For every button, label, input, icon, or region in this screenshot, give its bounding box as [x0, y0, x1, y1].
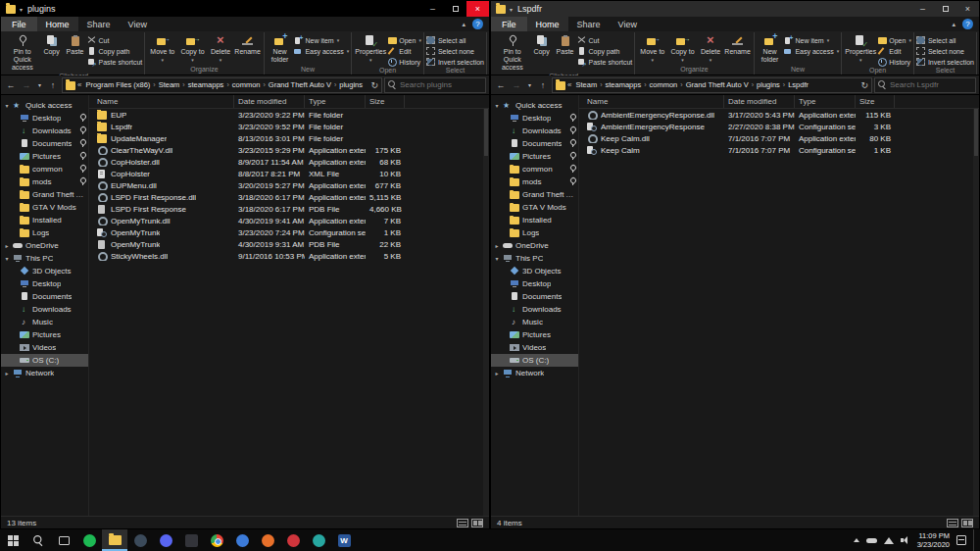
- up-button[interactable]: ↑: [536, 80, 550, 90]
- back-button[interactable]: ←: [494, 80, 508, 90]
- sidebar-item[interactable]: common: [1, 163, 88, 175]
- sidebar-item[interactable]: Music: [1, 316, 88, 328]
- breadcrumb-segment[interactable]: Lspdfr: [786, 80, 810, 89]
- pin-to-quick-access-button[interactable]: Pin to Quick access: [5, 32, 40, 73]
- copy-path-button[interactable]: Copy path: [577, 46, 633, 56]
- new-folder-button[interactable]: New folder: [267, 32, 294, 65]
- sidebar-item[interactable]: Pictures: [491, 328, 578, 341]
- tab-share[interactable]: Share: [78, 17, 120, 31]
- file-row[interactable]: EUP 3/23/2020 9:22 PM File folder: [89, 109, 489, 121]
- file-row[interactable]: OpenMyTrunk.dll 4/30/2019 9:41 AM Applic…: [89, 215, 489, 226]
- taskbar-search-button[interactable]: [25, 529, 51, 551]
- action-center-icon[interactable]: [956, 535, 966, 545]
- task-view-button[interactable]: [51, 529, 76, 551]
- easy-access-button[interactable]: Easy access ▾: [293, 46, 349, 56]
- expander-chevron-icon[interactable]: ▸: [4, 242, 10, 249]
- column-header-type[interactable]: Type: [795, 95, 856, 108]
- delete-button[interactable]: Delete ▾: [208, 32, 234, 65]
- rename-button[interactable]: Rename: [723, 32, 751, 57]
- sidebar-item[interactable]: Documents: [491, 290, 578, 303]
- breadcrumb-segment[interactable]: Program Files (x86): [83, 80, 152, 89]
- sidebar-item[interactable]: Documents: [1, 137, 88, 150]
- volume-icon[interactable]: [901, 536, 910, 544]
- history-button[interactable]: History: [877, 57, 911, 67]
- paste-shortcut-button[interactable]: Paste shortcut: [87, 57, 143, 67]
- minimize-button[interactable]: –: [421, 1, 444, 17]
- breadcrumb-overflow-icon[interactable]: «: [567, 80, 571, 89]
- sidebar-item[interactable]: Videos: [1, 341, 88, 354]
- large-icons-view-button[interactable]: [961, 519, 973, 527]
- sidebar-item[interactable]: Downloads: [1, 303, 88, 316]
- collapse-ribbon-icon[interactable]: ▴: [952, 21, 956, 28]
- properties-button[interactable]: Properties ▾: [354, 32, 387, 65]
- file-row[interactable]: CopHolster.dll 8/9/2017 11:54 AM Applica…: [89, 156, 489, 168]
- details-view-button[interactable]: [457, 519, 468, 527]
- sidebar-item[interactable]: Pictures: [1, 328, 88, 341]
- expander-chevron-icon[interactable]: ▸: [494, 370, 500, 376]
- titlebar[interactable]: ▾ plugins – ×: [1, 1, 489, 17]
- column-header-date-modified[interactable]: Date modified: [234, 95, 305, 108]
- taskbar-app[interactable]: [76, 529, 102, 551]
- pin-to-quick-access-button[interactable]: Pin to Quick access: [495, 32, 530, 73]
- sidebar-item[interactable]: Grand Theft Auto V: [491, 188, 578, 201]
- paste-button[interactable]: Paste: [64, 32, 87, 57]
- tab-home[interactable]: Home: [37, 17, 78, 31]
- sidebar-item[interactable]: ▸ Network: [491, 367, 578, 379]
- sidebar-item[interactable]: ▸ Network: [1, 367, 88, 379]
- sidebar-item[interactable]: ▾ Quick access: [1, 99, 88, 112]
- column-header-type[interactable]: Type: [305, 95, 366, 108]
- column-header-name[interactable]: Name: [93, 95, 234, 108]
- onedrive-icon[interactable]: [866, 538, 877, 543]
- search-input[interactable]: [400, 80, 482, 89]
- sidebar-item[interactable]: ▸ OneDrive: [1, 239, 88, 252]
- sidebar-item[interactable]: GTA V Mods: [1, 201, 88, 214]
- sidebar-item[interactable]: Logs: [1, 226, 88, 239]
- properties-button[interactable]: Properties ▾: [844, 32, 877, 65]
- sidebar-item[interactable]: Logs: [491, 226, 578, 239]
- search-box[interactable]: [874, 77, 976, 93]
- network-icon[interactable]: [884, 537, 894, 544]
- new-folder-button[interactable]: New folder: [757, 32, 784, 65]
- sidebar-item[interactable]: Grand Theft Auto V: [1, 188, 88, 201]
- qat-customize-chevron[interactable]: ▾: [510, 6, 513, 13]
- column-header-size[interactable]: Size: [856, 95, 895, 108]
- open-button[interactable]: Open ▾: [877, 35, 911, 45]
- sidebar-item[interactable]: Videos: [491, 341, 578, 354]
- breadcrumb-segment[interactable]: Steam: [157, 80, 182, 89]
- sidebar-item[interactable]: Documents: [491, 137, 578, 150]
- expander-chevron-icon[interactable]: ▾: [4, 255, 10, 262]
- sidebar-item[interactable]: Desktop: [1, 112, 88, 125]
- sidebar-item[interactable]: Documents: [1, 290, 88, 303]
- tab-file[interactable]: File: [1, 17, 37, 31]
- forward-button[interactable]: →: [20, 80, 33, 90]
- breadcrumb-segment[interactable]: steamapps: [186, 80, 226, 89]
- column-header-name[interactable]: Name: [583, 95, 724, 108]
- expander-chevron-icon[interactable]: ▾: [494, 102, 500, 109]
- taskbar-app[interactable]: [204, 529, 229, 551]
- edit-button[interactable]: Edit: [387, 46, 421, 56]
- sidebar-item[interactable]: Pictures: [491, 150, 578, 163]
- taskbar-app[interactable]: [280, 529, 306, 551]
- easy-access-button[interactable]: Easy access ▾: [783, 46, 839, 56]
- sidebar-item[interactable]: Downloads: [1, 125, 88, 137]
- tab-view[interactable]: View: [610, 17, 646, 31]
- taskbar-app[interactable]: [127, 529, 153, 551]
- breadcrumb-segment[interactable]: common: [648, 80, 680, 89]
- file-row[interactable]: AmbientEmergencyResponse.dll 3/17/2020 5…: [579, 109, 979, 121]
- rename-button[interactable]: Rename: [233, 32, 261, 57]
- taskbar-app[interactable]: W: [331, 529, 357, 551]
- taskbar-app[interactable]: [255, 529, 280, 551]
- sidebar-item[interactable]: ▾ This PC: [1, 252, 88, 265]
- sidebar-item[interactable]: ▾ Quick access: [491, 99, 578, 112]
- sidebar-item[interactable]: Downloads: [491, 303, 578, 316]
- sidebar-item[interactable]: OS (C:): [1, 354, 88, 367]
- file-row[interactable]: UpdateManager 8/13/2016 3:01 PM File fol…: [89, 132, 489, 144]
- expander-chevron-icon[interactable]: ▸: [4, 370, 10, 376]
- breadcrumb-segment[interactable]: plugins: [337, 80, 365, 89]
- edit-button[interactable]: Edit: [877, 46, 911, 56]
- move-to-button[interactable]: Move to ▾: [147, 32, 177, 65]
- taskbar-app[interactable]: [153, 529, 178, 551]
- sidebar-item[interactable]: Downloads: [491, 125, 578, 137]
- paste-button[interactable]: Paste: [554, 32, 577, 57]
- maximize-button[interactable]: [934, 1, 956, 17]
